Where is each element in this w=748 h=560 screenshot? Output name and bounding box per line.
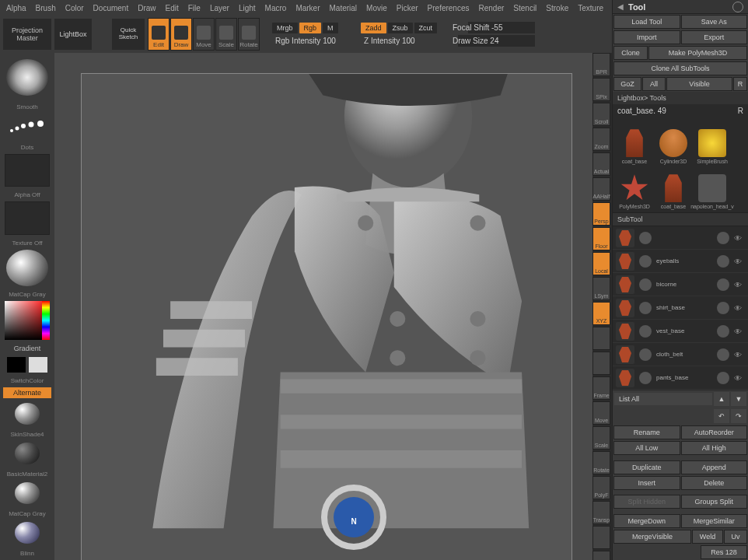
XYZ-icon[interactable]: XYZ xyxy=(592,302,610,325)
draw-mode-button[interactable]: Draw xyxy=(170,18,192,51)
AAHalf-icon[interactable]: AAHalf xyxy=(592,177,610,201)
insert-button[interactable]: Insert xyxy=(613,476,680,490)
list-all-button[interactable]: List All xyxy=(614,393,712,405)
menu-alpha[interactable]: Alpha xyxy=(6,4,26,12)
save-as-button[interactable]: Save As xyxy=(681,15,748,29)
tool-r-button[interactable]: R xyxy=(738,107,743,115)
Move-icon[interactable]: Move xyxy=(592,401,610,425)
groups-split-button[interactable]: Groups Split xyxy=(681,495,748,509)
viewport-icon[interactable] xyxy=(592,551,610,560)
menu-draw[interactable]: Draw xyxy=(138,4,156,12)
Rotate-icon[interactable]: Rotate xyxy=(592,451,610,474)
LSym-icon[interactable]: LSym xyxy=(592,277,610,300)
subtool-shirt_base[interactable]: shirt_base👁 xyxy=(613,296,748,320)
subtool-prev-icon[interactable]: ↶ xyxy=(714,409,729,423)
color-swatch-secondary[interactable] xyxy=(29,357,47,373)
tool-item-SimpleBrush[interactable]: SimpleBrush xyxy=(694,121,731,164)
delete-button[interactable]: Delete xyxy=(681,476,748,490)
tool-item-Cylinder3D[interactable]: Cylinder3D xyxy=(655,121,692,164)
tool-item-napoleon_head_v[interactable]: napoleon_head_v xyxy=(694,166,731,209)
mat-slot-3[interactable] xyxy=(15,482,40,504)
SPix-icon[interactable]: SPix xyxy=(592,78,610,101)
Actual-icon[interactable]: Actual xyxy=(592,152,610,176)
Scroll-icon[interactable]: Scroll xyxy=(592,103,610,126)
alternate-button[interactable]: Alternate xyxy=(3,387,51,398)
goz-r-button[interactable]: R xyxy=(733,77,747,91)
projection-master-button[interactable]: Projection Master xyxy=(3,19,51,50)
zsub-button[interactable]: Zsub xyxy=(388,23,413,33)
Scale-icon[interactable]: Scale xyxy=(592,426,610,450)
palette-collapse-icon[interactable] xyxy=(732,2,743,12)
menu-preferences[interactable]: Preferences xyxy=(428,4,470,12)
subtool-eyeballs[interactable]: eyeballs👁 xyxy=(613,250,748,273)
all-low-button[interactable]: All Low xyxy=(613,441,680,455)
Frame-icon[interactable]: Frame xyxy=(592,376,610,400)
tool-item-PolyMesh3D[interactable]: PolyMesh3D xyxy=(616,166,653,209)
subtool-header[interactable]: SubTool xyxy=(613,212,748,226)
mat-slot-2[interactable] xyxy=(15,443,40,464)
m-button[interactable]: M xyxy=(323,23,338,33)
autoreorder-button[interactable]: AutoReorder xyxy=(681,425,748,439)
export-button[interactable]: Export xyxy=(681,30,748,44)
draw-size-slider[interactable]: Draw Size 24 xyxy=(449,35,535,47)
menu-material[interactable]: Material xyxy=(330,4,358,12)
menu-brush[interactable]: Brush xyxy=(36,4,56,12)
split-hidden-button[interactable]: Split Hidden xyxy=(613,495,680,509)
texture-slot[interactable] xyxy=(5,201,50,234)
z-intensity-slider[interactable]: Z Intensity 100 xyxy=(361,35,446,47)
subtool-vest_base[interactable]: vest_base👁 xyxy=(613,320,748,343)
viewport-icon[interactable] xyxy=(592,352,610,375)
menu-picker[interactable]: Picker xyxy=(397,4,418,12)
lightbox-tools-header[interactable]: Lightbox> Tools xyxy=(613,92,748,104)
PolyF-icon[interactable]: PolyF xyxy=(592,476,610,499)
menu-color[interactable]: Color xyxy=(65,4,84,12)
color-swatch-main[interactable] xyxy=(7,357,26,373)
Transp-icon[interactable]: Transp xyxy=(592,501,610,524)
focal-shift-slider[interactable]: Focal Shift -55 xyxy=(449,22,535,33)
subtool-next-icon[interactable]: ↷ xyxy=(731,409,746,423)
mat-slot-4[interactable] xyxy=(15,522,40,544)
mat-slot-1[interactable] xyxy=(15,403,40,425)
append-button[interactable]: Append xyxy=(681,460,748,474)
rotate-mode-button[interactable]: Rotate xyxy=(238,18,260,51)
subtool-bicorne[interactable]: bicorne👁 xyxy=(613,273,748,296)
rgb-button[interactable]: Rgb xyxy=(299,23,322,33)
lightbox-button[interactable]: LightBox xyxy=(54,19,92,50)
scale-mode-button[interactable]: Scale xyxy=(215,18,237,51)
res-slider[interactable]: Res 128 xyxy=(701,545,747,559)
mergesimilar-button[interactable]: MergeSimilar xyxy=(681,514,748,528)
subtool-item[interactable]: 👁 xyxy=(613,226,748,250)
duplicate-button[interactable]: Duplicate xyxy=(613,460,680,474)
viewport-icon[interactable] xyxy=(592,327,610,350)
uv-button[interactable]: Uv xyxy=(724,530,747,544)
load-tool-button[interactable]: Load Tool xyxy=(613,15,680,29)
move-mode-button[interactable]: Move xyxy=(193,18,215,51)
menu-macro[interactable]: Macro xyxy=(265,4,287,12)
brush-thumbnail[interactable] xyxy=(6,59,48,96)
viewport-icon[interactable] xyxy=(592,526,610,549)
material-thumbnail[interactable] xyxy=(6,250,48,286)
menu-edit[interactable]: Edit xyxy=(166,4,179,12)
import-button[interactable]: Import xyxy=(613,30,680,44)
BPR-icon[interactable]: BPR xyxy=(592,53,610,76)
menu-file[interactable]: File xyxy=(188,4,201,12)
Persp-icon[interactable]: Persp xyxy=(592,202,610,226)
rgb-intensity-slider[interactable]: Rgb Intensity 100 xyxy=(272,35,358,47)
subtool-down-icon[interactable]: ▼ xyxy=(731,392,746,406)
subtool-pants_base[interactable]: pants_base👁 xyxy=(613,366,748,390)
menu-movie[interactable]: Movie xyxy=(366,4,387,12)
tool-item-coat_base[interactable]: coat_base xyxy=(616,121,653,164)
quick-sketch-button[interactable]: Quick Sketch xyxy=(112,19,145,50)
menu-render[interactable]: Render xyxy=(479,4,505,12)
mrgb-button[interactable]: Mrgb xyxy=(272,23,298,33)
zadd-button[interactable]: Zadd xyxy=(361,23,386,33)
menu-document[interactable]: Document xyxy=(93,4,129,12)
edit-mode-button[interactable]: Edit xyxy=(148,18,170,51)
subtool-up-icon[interactable]: ▲ xyxy=(714,392,729,406)
Zoom-icon[interactable]: Zoom xyxy=(592,128,610,151)
color-picker[interactable] xyxy=(5,301,50,341)
menu-layer[interactable]: Layer xyxy=(210,4,229,12)
zcut-button[interactable]: Zcut xyxy=(414,23,438,33)
menu-stroke[interactable]: Stroke xyxy=(546,4,568,12)
mergevisible-button[interactable]: MergeVisible xyxy=(613,530,691,544)
